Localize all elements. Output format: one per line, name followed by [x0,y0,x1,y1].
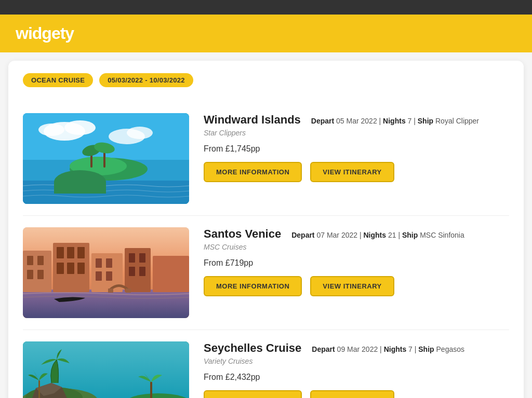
svg-rect-24 [77,247,85,258]
svg-rect-29 [96,258,102,268]
cruise-meta-windward: Depart 05 Mar 2022 | Nights 7 | Ship Roy… [311,117,479,125]
logo: widgety [16,24,74,43]
svg-point-6 [127,127,153,139]
filter-category[interactable]: OCEAN CRUISE [23,73,93,87]
svg-rect-31 [96,271,102,281]
cruise-price-santos-venice: From £719pp [204,258,509,268]
cruise-company-santos-venice: MSC Cruises [204,243,509,251]
cruise-price-seychelles: From £2,432pp [204,373,509,382]
top-bar [0,0,532,15]
header: widgety [0,15,532,52]
filter-date-range[interactable]: 05/03/2022 - 10/03/2022 [99,73,193,87]
cruise-company-seychelles: Variety Cruises [204,357,509,365]
cruise-info-seychelles: Seychelles Cruise Depart 09 Mar 2022 | N… [204,341,509,398]
svg-rect-25 [57,263,64,274]
svg-rect-39 [108,289,113,293]
svg-point-8 [70,157,127,175]
svg-rect-17 [27,256,33,265]
svg-rect-35 [139,253,145,263]
main-content: OCEAN CRUISE 05/03/2022 - 10/03/2022 [8,61,524,398]
cruise-title-row-santos-venice: Santos Venice Depart 07 Mar 2022 | Night… [204,227,509,241]
svg-point-4 [38,123,64,136]
svg-rect-45 [38,380,40,398]
svg-rect-13 [23,181,189,204]
svg-rect-20 [37,270,44,279]
cruise-price-windward: From £1,745pp [204,144,509,154]
svg-rect-23 [67,247,74,258]
cruise-image-windward [23,113,189,204]
more-info-button-windward[interactable]: MORE INFORMATION [204,162,302,182]
cruise-meta-santos-venice: Depart 07 Mar 2022 | Nights 21 | Ship MS… [291,231,464,239]
svg-rect-32 [106,271,112,281]
cruise-buttons-windward: MORE INFORMATION VIEW ITINERARY [204,162,509,182]
svg-point-3 [64,120,96,135]
cruise-name-santos-venice: Santos Venice [204,227,281,241]
cruise-info-santos-venice: Santos Venice Depart 07 Mar 2022 | Night… [204,227,509,296]
svg-rect-38 [153,256,189,292]
cruise-image-santos-venice [23,227,189,318]
svg-rect-37 [139,267,145,276]
svg-rect-22 [57,247,64,258]
svg-rect-27 [77,263,85,274]
cruise-list: Windward Islands Depart 05 Mar 2022 | Ni… [23,102,509,398]
cruise-meta-seychelles: Depart 09 Mar 2022 | Nights 7 | Ship Peg… [312,345,464,353]
cruise-title-row-seychelles: Seychelles Cruise Depart 09 Mar 2022 | N… [204,341,509,355]
svg-rect-34 [129,253,135,263]
cruise-company-windward: Star Clippers [204,129,509,137]
cruise-name-seychelles: Seychelles Cruise [204,341,301,355]
cruise-name-windward: Windward Islands [204,113,301,127]
cruise-image-seychelles [23,341,189,398]
view-itinerary-button-windward[interactable]: VIEW ITINERARY [310,162,394,182]
svg-rect-36 [129,267,135,276]
view-itinerary-button-santos-venice[interactable]: VIEW ITINERARY [310,276,394,296]
cruise-buttons-seychelles: MORE INFORMATION VIEW ITINERARY [204,390,509,398]
svg-rect-18 [37,256,44,265]
cruise-item-seychelles: Seychelles Cruise Depart 09 Mar 2022 | N… [23,330,509,398]
more-info-button-seychelles[interactable]: MORE INFORMATION [204,390,302,398]
cruise-item-windward: Windward Islands Depart 05 Mar 2022 | Ni… [23,102,509,216]
filter-bar: OCEAN CRUISE 05/03/2022 - 10/03/2022 [23,73,509,87]
cruise-info-windward: Windward Islands Depart 05 Mar 2022 | Ni… [204,113,509,182]
svg-rect-40 [126,289,131,293]
svg-rect-47 [150,382,152,398]
cruise-item-santos-venice: Santos Venice Depart 07 Mar 2022 | Night… [23,216,509,330]
cruise-title-row-windward: Windward Islands Depart 05 Mar 2022 | Ni… [204,113,509,127]
svg-rect-30 [106,258,112,268]
cruise-buttons-santos-venice: MORE INFORMATION VIEW ITINERARY [204,276,509,296]
svg-rect-33 [125,248,151,292]
svg-rect-19 [27,270,33,279]
view-itinerary-button-seychelles[interactable]: VIEW ITINERARY [310,390,394,398]
svg-rect-26 [67,263,74,274]
more-info-button-santos-venice[interactable]: MORE INFORMATION [204,276,302,296]
